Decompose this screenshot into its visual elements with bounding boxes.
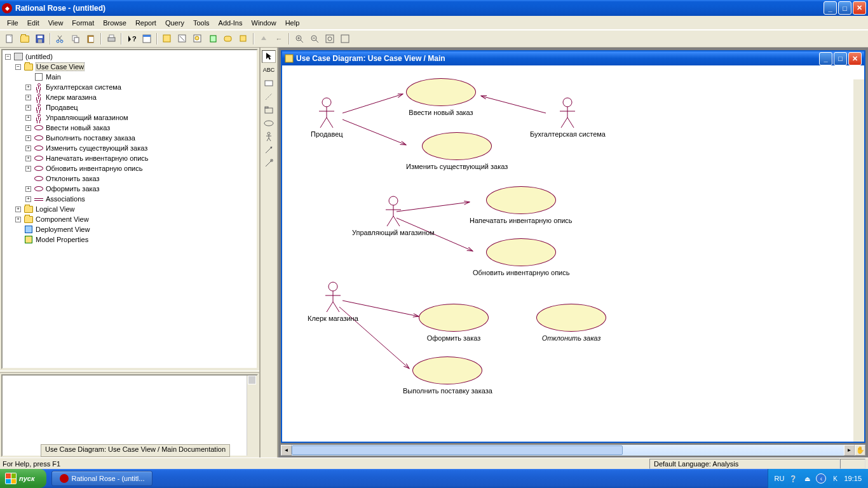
brow
metric-unit-button[interactable] — [175, 32, 189, 46]
zoom-fit-button[interactable] — [323, 32, 337, 46]
scroll-thumb[interactable] — [292, 445, 623, 455]
doc-scrollbar[interactable] — [247, 376, 257, 456]
tree-use-case-view[interactable]: −Use Case View — [3, 62, 257, 72]
zoom-out-button[interactable] — [308, 32, 322, 46]
close-button[interactable]: ✕ — [853, 1, 866, 15]
association-line[interactable] — [342, 94, 403, 113]
new-button[interactable] — [3, 32, 17, 46]
tree-actor[interactable]: +Управляющий магазином — [3, 112, 257, 123]
browse-deployment-button[interactable] — [236, 32, 250, 46]
usecase-update-inventory[interactable]: Обновить инвентарную опись — [473, 238, 569, 276]
start-button[interactable]: пуск — [0, 469, 46, 488]
paste-button[interactable] — [84, 32, 98, 46]
documentation-tab[interactable]: Use Case Diagram: Use Case View / Main D… — [41, 444, 230, 457]
text-tool[interactable]: ABC — [262, 64, 276, 76]
note-tool[interactable] — [262, 77, 276, 90]
tree-actor[interactable]: +Клерк магазина — [3, 92, 257, 102]
tree-usecase[interactable]: +Изменить существующий заказ — [3, 143, 257, 153]
diagram-close-button[interactable]: ✕ — [848, 52, 862, 65]
association-tool[interactable] — [262, 144, 276, 156]
tree-usecase[interactable]: +Обновить инвентарную опись — [3, 163, 257, 173]
select-tool[interactable] — [262, 50, 276, 63]
usecase-print-inventory[interactable]: Напечатать инвентарную опись — [470, 186, 573, 224]
menu-addins[interactable]: Add-Ins — [214, 18, 247, 28]
menu-window[interactable]: Window — [247, 18, 281, 28]
menu-report[interactable]: Report — [131, 18, 161, 28]
browse-class-button[interactable] — [160, 32, 174, 46]
tree-usecase[interactable]: +Оформить заказ — [3, 184, 257, 194]
tree-deployment-view[interactable]: Deployment View — [3, 224, 257, 234]
menu-file[interactable]: File — [3, 18, 23, 28]
actor-tool[interactable] — [262, 130, 276, 143]
view-docs-button[interactable] — [140, 32, 154, 46]
diagram-horizontal-scrollbar[interactable]: ◄ ► ✋ — [281, 445, 865, 456]
usecase-reject-order[interactable]: Отклонить заказ — [536, 304, 606, 342]
usecase-change-order[interactable]: Изменить существующий заказ — [406, 132, 508, 170]
actor-clerk[interactable]: Клерк магазина — [308, 281, 358, 322]
usecase-process-order[interactable]: Оформить заказ — [419, 304, 489, 342]
tree-usecase[interactable]: Отклонить заказ — [3, 173, 257, 184]
tray-info-icon[interactable]: ❔ — [788, 473, 798, 484]
actor-seller[interactable]: Продавец — [311, 97, 343, 138]
tree-root[interactable]: −(untitled) — [3, 51, 257, 62]
association-line[interactable] — [342, 119, 406, 145]
zoom-in-button[interactable] — [292, 32, 306, 46]
menu-query[interactable]: Query — [161, 18, 189, 28]
tree-associations[interactable]: +Associations — [3, 194, 257, 204]
usecase-deliver-order[interactable]: Выполнить поставку заказа — [403, 356, 492, 395]
tree-model-properties[interactable]: Model Properties — [3, 234, 257, 245]
menu-edit[interactable]: Edit — [23, 18, 44, 28]
browse-interaction-button[interactable] — [191, 32, 205, 46]
actor-accounting[interactable]: Бухгалтерская система — [530, 97, 606, 138]
usecase-new-order[interactable]: Ввести новый заказ — [406, 78, 476, 116]
context-help-button[interactable]: ? — [125, 32, 139, 46]
maximize-button[interactable]: □ — [838, 1, 851, 15]
pan-hand-button[interactable]: ✋ — [855, 445, 865, 456]
model-tree[interactable]: −(untitled) −Use Case View Main +Бухгалт… — [1, 49, 258, 369]
tree-main-diagram[interactable]: Main — [3, 72, 257, 82]
dependency-tool[interactable] — [262, 157, 276, 170]
menu-format[interactable]: Format — [67, 18, 98, 28]
diagram-maximize-button[interactable]: □ — [834, 52, 847, 65]
anchor-tool[interactable] — [262, 90, 276, 103]
tray-safely-remove-icon[interactable]: ⏏ — [802, 473, 812, 484]
print-button[interactable] — [104, 32, 118, 46]
menu-help[interactable]: Help — [281, 18, 304, 28]
cut-button[interactable] — [53, 32, 67, 46]
tree-actor[interactable]: +Продавец — [3, 102, 257, 112]
usecase-tool[interactable] — [262, 117, 276, 130]
minimize-button[interactable]: _ — [824, 1, 837, 15]
clock[interactable]: 19:15 — [844, 475, 862, 482]
save-button[interactable] — [33, 32, 47, 46]
toolbar: ? ← — [0, 30, 868, 48]
browse-back-button[interactable]: ← — [272, 32, 286, 46]
package-tool[interactable] — [262, 104, 276, 116]
scroll-left-button[interactable]: ◄ — [281, 445, 292, 456]
tree-usecase[interactable]: +Напечатать инвентарную опись — [3, 153, 257, 163]
scroll-right-button[interactable]: ► — [844, 445, 855, 456]
open-button[interactable] — [18, 32, 32, 46]
browse-parent-button[interactable] — [257, 32, 271, 46]
actor-manager[interactable]: Управляющий магазином — [352, 196, 435, 236]
menu-view[interactable]: View — [44, 18, 68, 28]
diagram-minimize-button[interactable]: _ — [819, 52, 832, 65]
menu-tools[interactable]: Tools — [189, 18, 214, 28]
tree-actor[interactable]: +Бухгалтерская система — [3, 82, 257, 92]
browse-state-button[interactable] — [221, 32, 235, 46]
menu-browse[interactable]: Browse — [98, 18, 131, 28]
tree-component-view[interactable]: +Component View — [3, 214, 257, 224]
diagram-canvas[interactable]: Продавец Бухгалтерская система Управляющ… — [282, 65, 864, 442]
tree-logical-view[interactable]: +Logical View — [3, 204, 257, 214]
tray-app-icon[interactable]: K — [830, 473, 840, 484]
pane-splitter[interactable] — [0, 370, 259, 373]
taskbar-app-button[interactable]: Rational Rose - (untitl... — [51, 471, 153, 486]
undo-fit-button[interactable] — [338, 32, 352, 46]
tree-usecase[interactable]: +Выполнить поставку заказа — [3, 133, 257, 143]
tray-show-hidden-icon[interactable]: ‹ — [816, 473, 826, 484]
diagram-titlebar[interactable]: Use Case Diagram: Use Case View / Main _… — [282, 51, 864, 65]
tree-usecase[interactable]: +Ввести новый заказ — [3, 123, 257, 133]
copy-button[interactable] — [69, 32, 83, 46]
browse-component-button[interactable] — [206, 32, 220, 46]
language-indicator[interactable]: RU — [775, 475, 785, 482]
diagram-vertical-scrollbar[interactable] — [853, 79, 864, 442]
